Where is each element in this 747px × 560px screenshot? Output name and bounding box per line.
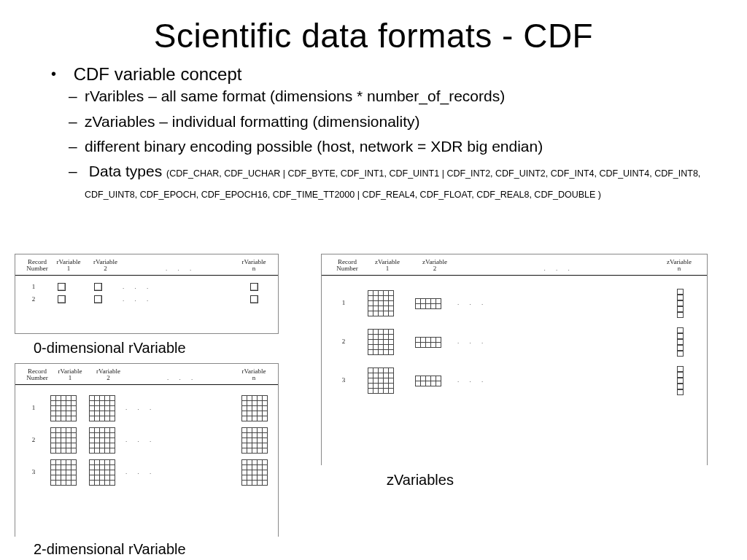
- bullet-sub2: zVariables – individual formatting (dime…: [69, 112, 703, 132]
- slide-title: Scientific data formats - CDF: [0, 16, 747, 55]
- bullet-main: CDF variable concept rVaribles – all sam…: [51, 63, 703, 203]
- diagram-zvariables: Record Number zVariable 1 zVariable 2 . …: [321, 254, 708, 465]
- bullet-sub3: different binary encoding possible (host…: [69, 136, 703, 157]
- bullet-sub4: Data types (CDF_CHAR, CDF_UCHAR | CDF_BY…: [69, 161, 703, 203]
- caption-0d: 0-dimensional rVariable: [34, 340, 186, 357]
- bullet-list: CDF variable concept rVaribles – all sam…: [51, 63, 703, 203]
- diagram-0d-rvariable: Record Number rVariable 1 rVariable 2 . …: [15, 254, 279, 334]
- bullet-sub1: rVaribles – all same format (dimensions …: [69, 86, 703, 106]
- caption-z: zVariables: [387, 472, 454, 489]
- diagram-2d-rvariable: Record Number rVariable 1 rVariable 2 . …: [15, 363, 279, 537]
- caption-2d: 2-dimensional rVariable: [34, 541, 186, 558]
